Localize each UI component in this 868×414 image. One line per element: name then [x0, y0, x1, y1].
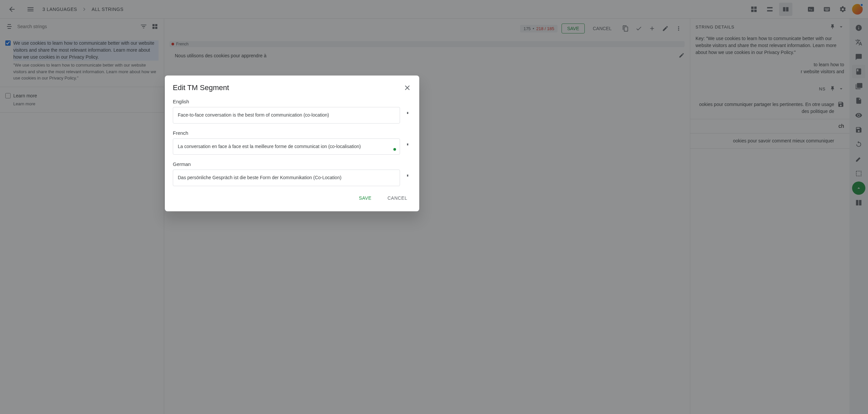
- dialog-cancel-button[interactable]: CANCEL: [383, 193, 411, 203]
- field-label-french: French: [173, 130, 411, 136]
- tm-input-german[interactable]: Das persönliche Gespräch ist die beste F…: [173, 170, 400, 186]
- dialog-close-button[interactable]: [403, 84, 411, 92]
- tm-input-english[interactable]: Face-to-face conversation is the best fo…: [173, 107, 400, 124]
- field-label-german: German: [173, 161, 411, 167]
- delete-english-button[interactable]: [404, 107, 411, 114]
- field-label-english: English: [173, 99, 411, 104]
- edit-tm-dialog: Edit TM Segment English Face-to-face con…: [165, 75, 419, 211]
- dialog-save-button[interactable]: SAVE: [355, 193, 375, 203]
- modal-overlay[interactable]: [0, 0, 868, 414]
- dialog-title: Edit TM Segment: [173, 83, 229, 92]
- delete-french-button[interactable]: [404, 138, 411, 146]
- delete-german-button[interactable]: [404, 170, 411, 177]
- tm-input-french[interactable]: La conversation en face à face est la me…: [173, 138, 400, 155]
